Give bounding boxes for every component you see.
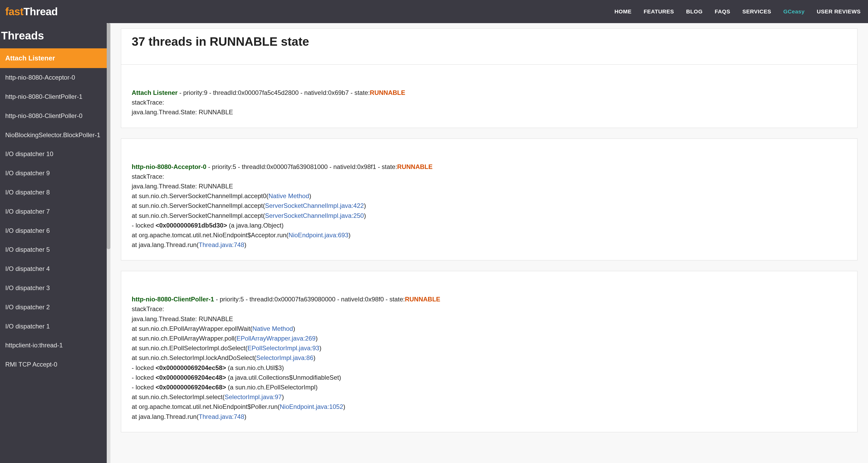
lock-pre: - locked <box>132 222 156 229</box>
lock-id: <0x000000069204ec58> <box>156 364 226 371</box>
nav-user-reviews[interactable]: USER REVIEWS <box>817 8 861 15</box>
stack-line-post: ) <box>244 241 246 248</box>
stack-line-post: ) <box>315 335 317 342</box>
stack-line-pre: at sun.nio.ch.SelectorImpl.select( <box>132 393 225 400</box>
brand-part2: Thread <box>23 6 58 18</box>
sidebar-item[interactable]: NioBlockingSelector.BlockPoller-1 <box>0 126 107 145</box>
lock-id: <0x000000069204ec68> <box>156 384 226 391</box>
stack-line: java.lang.Thread.State: RUNNABLE <box>132 314 847 324</box>
sidebar-item[interactable]: I/O dispatcher 4 <box>0 259 107 278</box>
stack-line: stackTrace: <box>132 98 847 107</box>
source-link[interactable]: SelectorImpl.java:86 <box>256 354 313 361</box>
nav-features[interactable]: FEATURES <box>644 8 674 15</box>
stack-line-post: ) <box>364 212 366 219</box>
source-link[interactable]: EPollArrayWrapper.java:269 <box>236 335 315 342</box>
sidebar-item[interactable]: I/O dispatcher 3 <box>0 278 107 298</box>
thread-meta: - priority:5 - threadId:0x00007fa6390800… <box>214 296 405 303</box>
sidebar-item[interactable]: I/O dispatcher 6 <box>0 221 107 240</box>
sidebar-item[interactable]: http-nio-8080-ClientPoller-1 <box>0 87 107 106</box>
nav-home[interactable]: HOME <box>614 8 631 15</box>
sidebar: Threads Attach Listenerhttp-nio-8080-Acc… <box>0 23 107 463</box>
stack-line: at java.lang.Thread.run(Thread.java:748) <box>132 412 847 422</box>
stack-line: at java.lang.Thread.run(Thread.java:748) <box>132 240 847 250</box>
stack-line-post: ) <box>319 344 321 352</box>
stack-line-post: ) <box>343 403 345 410</box>
sidebar-title: Threads <box>0 23 107 48</box>
stack-line-post: ) <box>293 325 295 332</box>
source-link[interactable]: ServerSocketChannelImpl.java:250 <box>265 212 364 219</box>
sidebar-item[interactable]: I/O dispatcher 5 <box>0 240 107 259</box>
sidebar-item[interactable]: I/O dispatcher 9 <box>0 164 107 183</box>
nav-links: HOME FEATURES BLOG FAQS SERVICES GCeasy … <box>614 8 861 15</box>
top-navbar: fastThread HOME FEATURES BLOG FAQS SERVI… <box>0 0 868 23</box>
thread-state: RUNNABLE <box>397 163 433 170</box>
content-scroll-area[interactable]: 37 threads in RUNNABLE state Attach List… <box>107 23 868 463</box>
sidebar-item[interactable]: I/O dispatcher 7 <box>0 202 107 221</box>
stack-line: - locked <0x000000069204ec68> (a sun.nio… <box>132 382 847 392</box>
nav-faqs[interactable]: FAQS <box>715 8 730 15</box>
sidebar-item[interactable]: I/O dispatcher 2 <box>0 298 107 317</box>
stack-line: at sun.nio.ch.EPollArrayWrapper.epollWai… <box>132 324 847 333</box>
stack-line: stackTrace: <box>132 172 847 181</box>
sidebar-item[interactable]: I/O dispatcher 8 <box>0 183 107 202</box>
source-link[interactable]: NioEndpoint.java:1052 <box>280 403 343 410</box>
stack-line-pre: at org.apache.tomcat.util.net.NioEndpoin… <box>132 403 280 410</box>
lock-pre: - locked <box>132 384 156 391</box>
page-title: 37 threads in RUNNABLE state <box>121 28 858 64</box>
thread-panel: http-nio-8080-Acceptor-0 - priority:5 - … <box>121 138 858 261</box>
stack-line: at sun.nio.ch.EPollSelectorImpl.doSelect… <box>132 343 847 353</box>
stack-line: at org.apache.tomcat.util.net.NioEndpoin… <box>132 230 847 240</box>
scrollbar-thumb[interactable] <box>107 23 111 249</box>
source-link[interactable]: Native Method <box>252 325 293 332</box>
brand-part1: fast <box>5 6 23 18</box>
thread-name: http-nio-8080-Acceptor-0 <box>132 163 206 170</box>
sidebar-list: Attach Listenerhttp-nio-8080-Acceptor-0h… <box>0 48 107 374</box>
stack-line: at sun.nio.ch.SelectorImpl.lockAndDoSele… <box>132 353 847 363</box>
source-link[interactable]: Thread.java:748 <box>199 413 244 420</box>
lock-post: (a sun.nio.ch.Util$3) <box>226 364 284 371</box>
stack-line: - locked <0x0000000691db5d30> (a java.la… <box>132 221 847 230</box>
sidebar-item[interactable]: Attach Listener <box>0 48 107 68</box>
stack-line: at org.apache.tomcat.util.net.NioEndpoin… <box>132 402 847 411</box>
stack-line-post: ) <box>348 232 351 239</box>
nav-gceasy[interactable]: GCeasy <box>783 8 805 15</box>
thread-name: Attach Listener <box>132 89 178 96</box>
source-link[interactable]: SelectorImpl.java:97 <box>225 393 282 400</box>
stack-line-post: ) <box>282 393 284 400</box>
stack-line-post: ) <box>313 354 315 361</box>
source-link[interactable]: Native Method <box>269 192 309 199</box>
stack-line-pre: at sun.nio.ch.EPollArrayWrapper.poll( <box>132 335 236 342</box>
source-link[interactable]: Thread.java:748 <box>199 241 244 248</box>
brand-logo[interactable]: fastThread <box>5 6 58 18</box>
stack-line-pre: at sun.nio.ch.EPollArrayWrapper.epollWai… <box>132 325 252 332</box>
sidebar-item[interactable]: httpclient-io:thread-1 <box>0 336 107 355</box>
thread-state: RUNNABLE <box>370 89 405 96</box>
stack-line-pre: at java.lang.Thread.run( <box>132 241 199 248</box>
stack-line: - locked <0x000000069204ec48> (a java.ut… <box>132 373 847 382</box>
stack-line-pre: at sun.nio.ch.ServerSocketChannelImpl.ac… <box>132 212 265 219</box>
stack-line: at sun.nio.ch.EPollArrayWrapper.poll(EPo… <box>132 333 847 343</box>
sidebar-item[interactable]: RMI TCP Accept-0 <box>0 355 107 374</box>
stack-line: stackTrace: <box>132 304 847 314</box>
scrollbar-track[interactable] <box>107 23 111 463</box>
lock-pre: - locked <box>132 374 156 381</box>
nav-blog[interactable]: BLOG <box>686 8 703 15</box>
stack-line-post: ) <box>364 202 366 209</box>
lock-post: (a java.lang.Object) <box>227 222 284 229</box>
source-link[interactable]: NioEndpoint.java:693 <box>288 232 348 239</box>
source-link[interactable]: ServerSocketChannelImpl.java:422 <box>265 202 364 209</box>
lock-post: (a sun.nio.ch.EPollSelectorImpl) <box>226 384 317 391</box>
nav-services[interactable]: SERVICES <box>742 8 771 15</box>
thread-header: http-nio-8080-Acceptor-0 - priority:5 - … <box>132 162 847 172</box>
sidebar-item[interactable]: http-nio-8080-Acceptor-0 <box>0 68 107 87</box>
stack-line: - locked <0x000000069204ec58> (a sun.nio… <box>132 363 847 373</box>
thread-meta: - priority:9 - threadId:0x00007fa5c45d28… <box>178 89 370 96</box>
sidebar-item[interactable]: I/O dispatcher 10 <box>0 144 107 164</box>
source-link[interactable]: EPollSelectorImpl.java:93 <box>247 344 319 352</box>
sidebar-item[interactable]: I/O dispatcher 1 <box>0 317 107 336</box>
lock-pre: - locked <box>132 364 156 371</box>
lock-post: (a java.util.Collections$UnmodifiableSet… <box>226 374 341 381</box>
sidebar-item[interactable]: http-nio-8080-ClientPoller-0 <box>0 106 107 126</box>
stack-line-pre: at sun.nio.ch.SelectorImpl.lockAndDoSele… <box>132 354 256 361</box>
thread-meta: - priority:5 - threadId:0x00007fa6390810… <box>206 163 397 170</box>
